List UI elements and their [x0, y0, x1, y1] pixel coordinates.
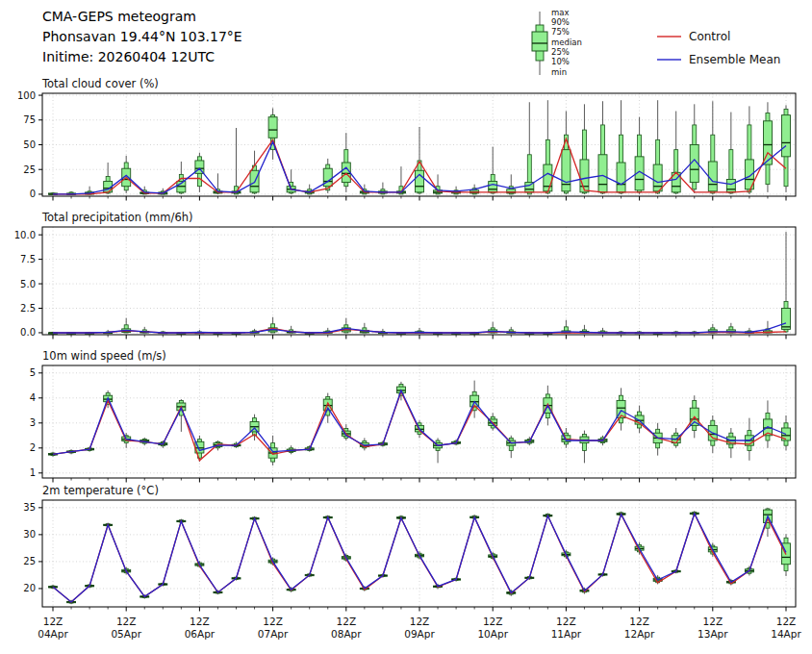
- y-tick-label: 0: [30, 189, 36, 199]
- y-tick-label: 5.0: [20, 279, 36, 289]
- y-tick-label: 3: [30, 417, 36, 428]
- x-axis-labels: 12Z04Apr12Z05Apr12Z06Apr12Z07Apr12Z08Apr…: [38, 616, 801, 640]
- x-tick-hour: 12Z: [703, 616, 723, 627]
- legend-percentile-label: median: [551, 38, 582, 47]
- x-tick-hour: 12Z: [337, 616, 357, 627]
- x-tick-hour: 12Z: [556, 616, 576, 627]
- x-tick-day: 06Apr: [185, 628, 216, 640]
- x-tick-day: 13Apr: [698, 628, 728, 640]
- x-tick-day: 12Apr: [624, 628, 655, 640]
- x-tick-hour: 12Z: [116, 616, 137, 627]
- station-info: Phonsavan 19.44°N 103.17°E: [42, 27, 242, 47]
- y-tick-label: 100: [17, 90, 36, 101]
- y-tick-label: 10.0: [14, 230, 36, 240]
- panel-title: Total precipitation (mm/6h): [41, 211, 192, 224]
- panel-total-precipitation: 0.02.55.07.510.0Total precipitation (mm/…: [14, 211, 796, 340]
- x-tick-hour: 12Z: [483, 616, 503, 627]
- x-tick-hour: 12Z: [410, 616, 430, 627]
- legend-percentile-label: min: [551, 67, 567, 77]
- y-tick-label: 25: [23, 164, 36, 175]
- ensemble-mean-label: Ensemble Mean: [689, 53, 780, 66]
- x-tick-day: 08Apr: [331, 628, 362, 640]
- x-tick-hour: 12Z: [263, 616, 283, 627]
- figure-title: CMA-GEPS meteogram: [42, 7, 242, 27]
- panel-title: 2m temperature (°C): [42, 484, 159, 497]
- y-tick-label: 2: [30, 442, 36, 453]
- panel-title: 10m wind speed (m/s): [42, 349, 166, 363]
- x-tick-day: 10Apr: [477, 628, 508, 640]
- legend-percentile-label: max: [551, 8, 570, 17]
- panel-10m-wind-speed: 1234510m wind speed (m/s): [30, 349, 796, 483]
- x-tick-hour: 12Z: [629, 616, 649, 627]
- x-tick-day: 05Apr: [111, 628, 141, 640]
- x-tick-day: 07Apr: [258, 628, 289, 640]
- y-tick-label: 5: [30, 367, 36, 378]
- x-tick-hour: 12Z: [190, 616, 210, 627]
- legend-box-sample: max90%75%median25%10%min: [532, 8, 582, 77]
- x-tick-hour: 12Z: [43, 616, 63, 627]
- init-time: Initime: 20260404 12UTC: [42, 47, 242, 67]
- meteogram-figure: CMA-GEPS meteogram Phonsavan 19.44°N 103…: [0, 0, 812, 654]
- y-tick-label: 0.0: [20, 327, 36, 338]
- y-tick-label: 75: [23, 114, 36, 125]
- y-tick-label: 25: [23, 556, 36, 566]
- panel-2m-temperature: 202530352m temperature (°C): [23, 484, 796, 612]
- x-tick-day: 14Apr: [771, 628, 801, 640]
- control-label: Control: [689, 30, 730, 43]
- panel-title: Total cloud cover (%): [41, 77, 159, 90]
- y-tick-label: 50: [23, 139, 36, 150]
- panel-total-cloud-cover: 0255075100Total cloud cover (%): [17, 77, 796, 201]
- y-tick-label: 7.5: [20, 254, 36, 264]
- x-tick-day: 04Apr: [38, 628, 68, 640]
- meteogram-canvas: 0255075100Total cloud cover (%)0.02.55.0…: [0, 0, 812, 654]
- y-tick-label: 35: [23, 502, 36, 513]
- legend-percentile-label: 25%: [551, 47, 570, 57]
- x-tick-day: 11Apr: [551, 628, 582, 640]
- gridlines: [42, 227, 796, 335]
- x-tick-hour: 12Z: [776, 616, 797, 627]
- legend-lines: ControlEnsemble Mean: [657, 30, 780, 66]
- y-tick-label: 2.5: [20, 303, 36, 314]
- y-tick-label: 20: [23, 583, 36, 593]
- y-tick-label: 1: [30, 467, 36, 478]
- y-tick-label: 4: [30, 392, 36, 403]
- x-tick-day: 09Apr: [404, 628, 435, 640]
- figure-header: CMA-GEPS meteogram Phonsavan 19.44°N 103…: [42, 7, 242, 67]
- legend-percentile-label: 10%: [551, 57, 570, 66]
- legend-percentile-label: 75%: [551, 27, 570, 37]
- legend-percentile-label: 90%: [551, 17, 570, 27]
- y-tick-label: 30: [23, 529, 36, 540]
